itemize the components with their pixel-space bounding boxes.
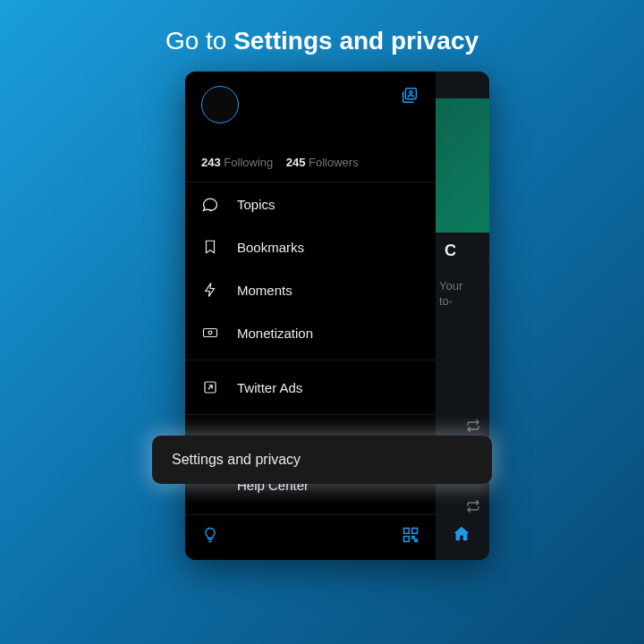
menu-item-moments[interactable]: Moments	[185, 268, 436, 311]
svg-rect-6	[412, 529, 418, 534]
retweet-icon	[466, 419, 480, 436]
peek-body: Yourto-	[439, 279, 462, 309]
headline-bold: Settings and privacy	[233, 27, 479, 55]
svg-point-3	[208, 331, 212, 335]
menu-item-bookmarks[interactable]: Bookmarks	[185, 225, 436, 268]
menu-item-monetization[interactable]: Monetization	[185, 311, 436, 354]
bookmark-icon	[201, 238, 219, 256]
followers-label: Followers	[309, 156, 359, 169]
svg-rect-7	[404, 537, 410, 542]
avatar[interactable]	[201, 86, 239, 123]
retweet-icon	[466, 499, 480, 517]
instruction-headline: Go to Settings and privacy	[0, 0, 644, 55]
settings-privacy-callout[interactable]: Settings and privacy	[152, 436, 492, 484]
money-icon	[201, 324, 219, 342]
follow-stats[interactable]: 243 Following 245 Followers	[185, 132, 436, 182]
svg-rect-5	[404, 529, 410, 534]
followers-count: 245	[286, 156, 306, 169]
bulb-icon[interactable]	[201, 526, 219, 547]
menu-divider	[185, 414, 436, 415]
external-link-icon	[201, 378, 219, 396]
svg-point-1	[410, 91, 412, 94]
svg-rect-8	[412, 537, 415, 539]
navigation-drawer: 243 Following 245 Followers Topics Bookm…	[185, 72, 436, 560]
lightning-icon	[201, 281, 219, 299]
topics-icon	[201, 195, 219, 213]
peek-title: C	[445, 242, 456, 260]
drawer-footer	[185, 514, 436, 560]
menu-item-topics[interactable]: Topics	[185, 182, 436, 225]
background-content: C Yourto-	[436, 72, 489, 560]
menu-divider	[185, 360, 436, 360]
qr-code-icon[interactable]	[402, 526, 419, 547]
phone-frame: 243 Following 245 Followers Topics Bookm…	[185, 72, 489, 560]
svg-rect-2	[204, 329, 217, 337]
menu-label: Topics	[237, 197, 275, 212]
menu-label: Moments	[237, 283, 292, 298]
following-count: 243	[201, 156, 221, 169]
home-icon[interactable]	[452, 524, 471, 547]
following-label: Following	[224, 156, 273, 169]
menu-item-twitter-ads[interactable]: Twitter Ads	[185, 366, 436, 409]
peek-banner	[436, 98, 489, 233]
svg-rect-9	[415, 539, 418, 542]
callout-label: Settings and privacy	[172, 452, 301, 468]
headline-prefix: Go to	[165, 27, 233, 55]
drawer-header	[185, 72, 436, 132]
menu-label: Twitter Ads	[237, 380, 302, 395]
menu-label: Bookmarks	[237, 240, 304, 255]
accounts-icon[interactable]	[400, 86, 419, 109]
menu-label: Monetization	[237, 326, 313, 341]
